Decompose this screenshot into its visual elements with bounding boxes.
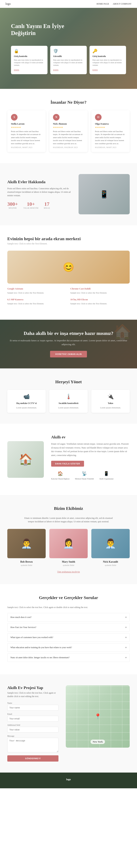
hero-card-0-title: Giriş kontrolu — [14, 55, 45, 58]
manage-card-2: 🔌 Takıs Lorem ipsum elementum. — [91, 390, 130, 413]
faq-question-1: How Fast Are Your Services? — [10, 626, 36, 629]
manage-card-0: 📹 Dış mekân CCTV'si Lorem ipsum elementu… — [7, 390, 46, 413]
testimonial-0-name: Stella Larson — [11, 122, 42, 125]
hub-item-1-title: Chrome Cast Dahili — [70, 287, 130, 290]
phone-label: Additional field — [7, 724, 58, 726]
hero-card-1-text: Duis aute irure dolor in reprehenderit i… — [53, 59, 84, 66]
hero-card-2-link[interactable]: DAHA — [92, 69, 98, 71]
team-member-2-role: aydınlık Ekibi — [91, 564, 130, 566]
testimonial-2: O Olga Ivanova ★★★★★ Proin sed libero en… — [91, 110, 130, 152]
hero-title: Canlı Yayını En İyiye Değiştirin — [11, 23, 84, 37]
hub-section: Evinizin hepsi bir arada ekran merkezi S… — [0, 225, 137, 320]
hub-grid: Google Asistanı Sample text. Click to se… — [7, 287, 130, 305]
team-more-link[interactable]: Tüm grubunuzu inceleyin — [57, 570, 80, 573]
faq-item-3[interactable]: What education and/or training do you ha… — [7, 643, 130, 652]
chevron-down-icon: ▾ — [125, 646, 127, 649]
faq-section: Gerçekler ve Gerçekler Sorular Sample te… — [0, 584, 137, 674]
feature-icon-2-label: Akıllı Uygulamalar — [99, 477, 113, 480]
hub-title: Evinizin hepsi bir arada ekran merkezi — [7, 236, 130, 241]
manage-section: Herşeyi Yönet 📹 Dış mekân CCTV'si Lorem … — [0, 368, 137, 424]
form-name-group: Name — [7, 702, 58, 711]
nav-links: HOME PAGE ABOUT COMPANY — [96, 3, 132, 5]
navbar: logo HOME PAGE ABOUT COMPANY — [0, 0, 137, 8]
chevron-down-icon: ▾ — [125, 636, 127, 639]
team-member-0-name: Bob Brown — [7, 560, 46, 563]
nav-home[interactable]: HOME PAGE — [96, 3, 109, 5]
team-member-0: 👨‍💼 Bob Brown aydınlık Ekibi — [7, 529, 46, 566]
faq-question-2: What types of customers have you worked … — [10, 636, 53, 639]
email-input[interactable] — [7, 716, 58, 722]
project-title: Akıllı Ev Projesi Yap — [7, 685, 58, 690]
manage-card-0-text: Lorem ipsum elementum. — [11, 406, 42, 409]
hero-card-1-link[interactable]: DAHA — [53, 69, 58, 71]
shield-icon: 🛡️ — [53, 49, 84, 54]
stat-2-number: 17 — [44, 201, 50, 207]
hub-item-1-text: Sample text. Click to select the Text El… — [70, 291, 130, 294]
stat-0: 300+ MÜŞTERI — [7, 201, 18, 209]
map-city-label: New York — [91, 740, 105, 744]
testimonial-0-date: HAZIRDAN, MART 2023 — [11, 146, 42, 148]
home-connected-icon: 🏠 — [51, 471, 70, 476]
phone-input[interactable] — [7, 727, 58, 733]
stat-1: 10+ YILLIK DENEYİM — [24, 201, 38, 209]
submit-button[interactable]: GÖNDERMEYİ — [7, 755, 58, 762]
manage-card-2-title: Takıs — [95, 402, 126, 405]
testimonial-1: N Nick Jhonson ★★★★★ Proin sed libero en… — [49, 110, 88, 152]
faq-item-0[interactable]: How much does it cost? ▾ — [7, 613, 130, 622]
hero-card-0-link[interactable]: DAHA — [14, 69, 19, 71]
avatar-stella: S — [11, 114, 17, 121]
stat-0-label: MÜŞTERI — [7, 207, 18, 209]
name-label: Name — [7, 702, 58, 704]
team-section: Bizim Ekibimiz Etiam ve minimum düzeltir… — [0, 495, 137, 584]
stat-2: 17 BÖLGE — [44, 201, 50, 209]
faq-item-4[interactable]: Nunc sit amet dolor dolor. Integer iacul… — [7, 653, 130, 662]
form-phone-group: Additional field — [7, 724, 58, 733]
faq-title: Gerçekler ve Gerçekler Sorular — [7, 595, 130, 600]
testimonial-0: S Stella Larson ★★★★★ Proin sed libero e… — [7, 110, 46, 152]
smart-info-text: Proin sed libero enim sed faucibus. Cons… — [7, 187, 71, 197]
map-container: 📍 New York — [66, 685, 130, 748]
cta-button[interactable]: ÜCRETSİZ ZAMAN ALIN — [50, 351, 87, 358]
feature-icon-1: 📡 Merkezi Olarak Yönetildi — [75, 471, 94, 484]
lock-icon: 🔒 — [14, 49, 45, 54]
hub-item-1: Chrome Cast Dahili Sample text. Click to… — [70, 287, 130, 294]
manage-card-2-text: Lorem ipsum elementum. — [95, 406, 126, 409]
hero-card-2-title: Giriş kontrolu — [92, 55, 123, 58]
nav-about[interactable]: ABOUT COMPANY — [113, 3, 132, 5]
testimonial-1-date: HAZIRDAN, HAZIRAN 2023 — [53, 146, 84, 148]
form-email-group: Email — [7, 713, 58, 722]
feature-text: Etiam vel augue. Vestibulum rutrum rutru… — [51, 442, 130, 457]
plug-icon: 🔌 — [95, 394, 126, 400]
faq-intro: Sample text. Click to select the text bo… — [7, 606, 130, 609]
manage-card-1: 🌡️ Sıcaklık kontrolörü Lorem ipsum eleme… — [49, 390, 88, 413]
cta-section: 🏠 Daha akıllı bir ev inşa etmeye hazır m… — [0, 320, 137, 368]
hub-image: 😊 — [7, 251, 130, 284]
hub-item-2-text: Sample text. Click to select the Text El… — [7, 302, 67, 305]
project-section: Akıllı Ev Projesi Yap Sample text. Click… — [0, 674, 137, 773]
faq-item-2[interactable]: What types of customers have you worked … — [7, 633, 130, 642]
hub-subtitle: Sample text. Click to select the Text El… — [7, 242, 130, 245]
team-member-0-role: aydınlık Ekibi — [7, 564, 46, 566]
chevron-down-icon: ▾ — [125, 626, 127, 629]
feature-more-button[interactable]: DAHA FAZLA GÖSTER — [51, 461, 84, 467]
signal-icon: 📡 — [75, 471, 94, 476]
faq-item-1[interactable]: How Fast Are Your Services? ▾ — [7, 623, 130, 632]
thermometer-icon: 🌡️ — [53, 394, 84, 400]
phone-icon: 📱 — [99, 471, 113, 476]
manage-card-1-title: Sıcaklık kontrolörü — [53, 402, 84, 405]
cctv-icon: 📹 — [11, 394, 42, 400]
avatar-nick: 👨‍💼 — [91, 529, 130, 558]
name-input[interactable] — [7, 705, 58, 711]
hub-item-0-title: Google Asistanı — [7, 287, 67, 290]
feature-image: 🏠 — [7, 441, 44, 478]
hub-item-3-title: 10 İnç HD Ekran — [70, 298, 130, 301]
hub-item-2: 6.5 MP Kamera Sample text. Click to sele… — [7, 298, 67, 305]
hero-card-0: 🔒 Giriş kontrolu Duis aute irure dolor i… — [11, 46, 47, 74]
hero-content: Canlı Yayını En İyiye Değiştirin — [11, 23, 84, 42]
feature-right: Akıllı ev Etiam vel augue. Vestibulum ru… — [51, 435, 130, 484]
team-title: Bizim Ekibimiz — [7, 506, 130, 511]
email-label: Email — [7, 713, 58, 715]
message-textarea[interactable] — [7, 738, 58, 752]
stat-1-label: YILLIK DENEYİM — [24, 207, 38, 209]
stats-row: 300+ MÜŞTERI 10+ YILLIK DENEYİM 17 BÖLGE — [7, 201, 71, 209]
